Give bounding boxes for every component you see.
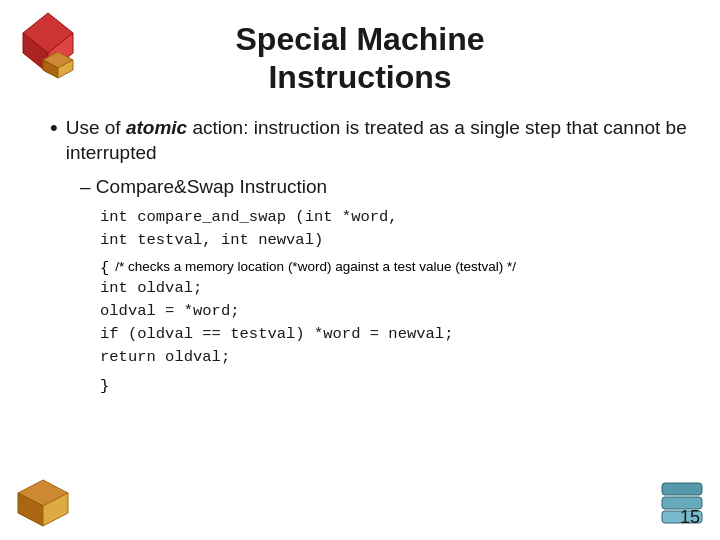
page-number: 15: [680, 507, 700, 528]
code-line-1: int compare_and_swap (int *word,: [100, 206, 690, 229]
bullet-text: Use of atomic action: instruction is tre…: [66, 115, 690, 166]
brace-close: }: [100, 377, 109, 395]
title-line1: Special Machine: [236, 21, 485, 57]
title-area: Special Machine Instructions: [30, 20, 690, 97]
code-line-2: int testval, int newval): [100, 229, 690, 252]
code-line-5: if (oldval == testval) *word = newval;: [100, 323, 690, 346]
code-line-3: int oldval;: [100, 277, 690, 300]
code-body: { /* checks a memory location (*word) ag…: [100, 259, 690, 277]
code-line-6: return oldval;: [100, 346, 690, 369]
brace-open: {: [100, 259, 109, 277]
code-brace-close-line: }: [100, 376, 690, 395]
code-brace-comment-line: { /* checks a memory location (*word) ag…: [100, 259, 690, 277]
slide-title: Special Machine Instructions: [30, 20, 690, 97]
code-body-lines: int oldval; oldval = *word; if (oldval =…: [100, 277, 690, 370]
code-signature: int compare_and_swap (int *word, int tes…: [100, 206, 690, 253]
svg-rect-9: [662, 483, 702, 495]
bullet-dot: •: [50, 115, 58, 141]
bullet-text-before: Use of: [66, 117, 126, 138]
sub-heading: – Compare&Swap Instruction: [80, 176, 690, 198]
code-line-4: oldval = *word;: [100, 300, 690, 323]
title-line2: Instructions: [268, 59, 451, 95]
decorative-icon-top-left: [8, 8, 88, 88]
bullet-item: • Use of atomic action: instruction is t…: [50, 115, 690, 166]
decorative-icon-bottom-left: [8, 475, 78, 535]
code-comment: /* checks a memory location (*word) agai…: [115, 259, 516, 274]
slide: Special Machine Instructions • Use of at…: [0, 0, 720, 540]
bullet-italic-word: atomic: [126, 117, 187, 138]
slide-content: • Use of atomic action: instruction is t…: [30, 115, 690, 395]
